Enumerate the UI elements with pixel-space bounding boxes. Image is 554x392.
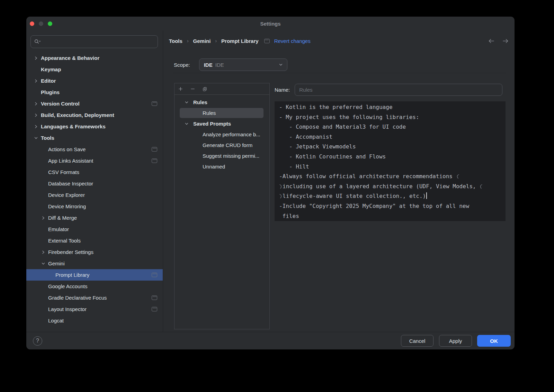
sidebar-item-external-tools[interactable]: External Tools bbox=[26, 235, 163, 246]
ide-settings-icon bbox=[152, 101, 157, 106]
editor-line-text: - My project uses the following librarie… bbox=[279, 114, 419, 120]
sidebar-item-tools[interactable]: Tools bbox=[26, 132, 163, 144]
minimize-window-button[interactable] bbox=[39, 21, 43, 26]
zoom-window-button[interactable] bbox=[48, 21, 52, 26]
editor-line: -Include "Copyright 2025 MyCompany" at t… bbox=[279, 201, 506, 211]
prompt-tree-item-rules-selected[interactable]: Rules bbox=[175, 108, 269, 118]
sidebar-item-label: Editor bbox=[41, 78, 56, 84]
ide-settings-icon bbox=[152, 147, 157, 152]
chevron-right-icon[interactable] bbox=[41, 215, 48, 221]
sidebar-item-version-control[interactable]: Version Control bbox=[26, 98, 163, 109]
sidebar-item-plugins[interactable]: Plugins bbox=[26, 86, 163, 98]
sidebar-item-emulator[interactable]: Emulator bbox=[26, 224, 163, 235]
prompt-tree-item-generate-crud-form[interactable]: Generate CRUD form bbox=[175, 140, 269, 151]
sidebar-item-device-mirroring[interactable]: Device Mirroring bbox=[26, 201, 163, 212]
cancel-button[interactable]: Cancel bbox=[401, 335, 434, 347]
sidebar-item-prompt-library[interactable]: Prompt Library bbox=[26, 269, 163, 281]
sidebar-item-actions-on-save[interactable]: Actions on Save bbox=[26, 144, 163, 155]
sidebar-item-logcat[interactable]: Logcat bbox=[26, 315, 163, 326]
scope-dropdown[interactable]: IDE IDE bbox=[199, 58, 287, 71]
editor-line-text: - Accompanist bbox=[279, 134, 332, 140]
soft-wrap-continuation-icon bbox=[279, 182, 283, 192]
sidebar-item-gradle-declarative-focus[interactable]: Gradle Declarative Focus bbox=[26, 292, 163, 303]
breadcrumb: Tools›Gemini›Prompt LibraryRevert change… bbox=[169, 35, 509, 46]
ide-settings-icon bbox=[152, 295, 157, 300]
sidebar-item-csv-formats[interactable]: CSV Formats bbox=[26, 166, 163, 178]
ok-button[interactable]: OK bbox=[477, 335, 511, 347]
editor-line: - Compose and Material3 for UI code bbox=[279, 122, 506, 132]
sidebar-item-languages-frameworks[interactable]: Languages & Frameworks bbox=[26, 121, 163, 132]
settings-nav-tree: Appearance & BehaviorKeymapEditorPlugins… bbox=[26, 52, 163, 326]
chevron-down-icon[interactable] bbox=[33, 135, 41, 141]
prompt-tree-item-label: Rules bbox=[193, 99, 207, 105]
sidebar-item-label: Version Control bbox=[41, 101, 80, 107]
chevron-right-icon[interactable] bbox=[41, 249, 48, 255]
sidebar-item-build-execution-deployment[interactable]: Build, Execution, Deployment bbox=[26, 109, 163, 121]
sidebar-item-device-explorer[interactable]: Device Explorer bbox=[26, 189, 163, 201]
close-window-button[interactable] bbox=[30, 21, 34, 26]
prompt-tree-item-analyze-performance-b[interactable]: Analyze performance b... bbox=[175, 129, 269, 140]
sidebar-item-diff-merge[interactable]: Diff & Merge bbox=[26, 212, 163, 224]
add-prompt-button[interactable] bbox=[176, 85, 185, 93]
revert-changes-link[interactable]: Revert changes bbox=[274, 38, 311, 44]
help-button[interactable]: ? bbox=[33, 336, 42, 346]
prompt-name-input[interactable] bbox=[295, 84, 502, 96]
sidebar-item-appearance-behavior[interactable]: Appearance & Behavior bbox=[26, 52, 163, 64]
dialog-footer: ? Cancel Apply OK bbox=[26, 332, 515, 349]
text-caret bbox=[426, 192, 427, 199]
sidebar-item-label: Prompt Library bbox=[55, 272, 89, 278]
chevron-down-icon bbox=[278, 62, 284, 67]
prompt-tree-item-unnamed[interactable]: Unnamed bbox=[175, 161, 269, 172]
sidebar-item-keymap[interactable]: Keymap bbox=[26, 64, 163, 75]
sidebar-item-label: Actions on Save bbox=[48, 146, 86, 152]
title-bar: Settings bbox=[26, 17, 515, 30]
chevron-down-icon[interactable] bbox=[184, 121, 193, 127]
scope-value: IDE bbox=[215, 62, 224, 68]
scope-value-prefix: IDE bbox=[204, 62, 213, 68]
scope-row: Scope: IDE IDE bbox=[174, 58, 287, 71]
editor-line-text: -Include "Copyright 2025 MyCompany" at t… bbox=[279, 203, 469, 209]
apply-button[interactable]: Apply bbox=[439, 335, 472, 347]
sidebar-item-label: CSV Formats bbox=[48, 169, 79, 175]
prompt-tree-item-saved-prompts[interactable]: Saved Prompts bbox=[175, 118, 269, 129]
name-label: Name: bbox=[275, 87, 290, 93]
chevron-down-icon[interactable] bbox=[41, 261, 48, 266]
sidebar-item-label: App Links Assistant bbox=[48, 158, 93, 164]
sidebar-item-layout-inspector[interactable]: Layout Inspector bbox=[26, 303, 163, 315]
sidebar-item-editor[interactable]: Editor bbox=[26, 75, 163, 86]
sidebar-item-firebender-settings[interactable]: Firebender Settings bbox=[26, 246, 163, 258]
remove-prompt-button[interactable] bbox=[188, 85, 197, 93]
sidebar-item-label: Database Inspector bbox=[48, 181, 93, 186]
chevron-down-icon[interactable] bbox=[184, 100, 193, 105]
copy-prompt-button[interactable] bbox=[200, 85, 209, 93]
prompt-tree-item-rules[interactable]: Rules bbox=[175, 97, 269, 108]
chevron-right-icon[interactable] bbox=[33, 55, 41, 61]
sidebar-item-label: Device Mirroring bbox=[48, 203, 86, 209]
history-nav-arrows bbox=[488, 38, 509, 44]
prompt-tree-item-suggest-missing-permi[interactable]: Suggest missing permi... bbox=[175, 151, 269, 161]
sidebar-item-label: Gemini bbox=[48, 261, 65, 266]
breadcrumb-segment-gemini[interactable]: Gemini bbox=[193, 38, 211, 44]
editor-line-text: files bbox=[279, 213, 299, 219]
prompt-text-editor[interactable]: - Kotlin is the preferred language- My p… bbox=[275, 101, 506, 221]
sidebar-item-database-inspector[interactable]: Database Inspector bbox=[26, 178, 163, 189]
sidebar-item-label: Diff & Merge bbox=[48, 215, 77, 221]
breadcrumb-segment-tools[interactable]: Tools bbox=[169, 38, 182, 44]
chevron-right-icon[interactable] bbox=[33, 101, 41, 107]
chevron-spacer bbox=[41, 318, 48, 323]
chevron-spacer bbox=[48, 272, 55, 278]
search-input[interactable] bbox=[30, 35, 158, 48]
sidebar-item-google-accounts[interactable]: Google Accounts bbox=[26, 281, 163, 292]
editor-line: - Kotlin Coroutines and Flows bbox=[279, 152, 506, 162]
back-arrow-icon[interactable] bbox=[488, 38, 495, 44]
forward-arrow-icon[interactable] bbox=[502, 38, 509, 44]
breadcrumb-separator: › bbox=[215, 38, 217, 44]
chevron-spacer bbox=[41, 284, 48, 289]
sidebar-item-app-links-assistant[interactable]: App Links Assistant bbox=[26, 155, 163, 166]
chevron-right-icon[interactable] bbox=[33, 78, 41, 84]
breadcrumb-segment-prompt-library[interactable]: Prompt Library bbox=[221, 38, 259, 44]
chevron-right-icon[interactable] bbox=[33, 124, 41, 129]
editor-line-text: including use of a layered architecture … bbox=[283, 183, 479, 190]
chevron-right-icon[interactable] bbox=[33, 112, 41, 118]
sidebar-item-gemini[interactable]: Gemini bbox=[26, 258, 163, 269]
